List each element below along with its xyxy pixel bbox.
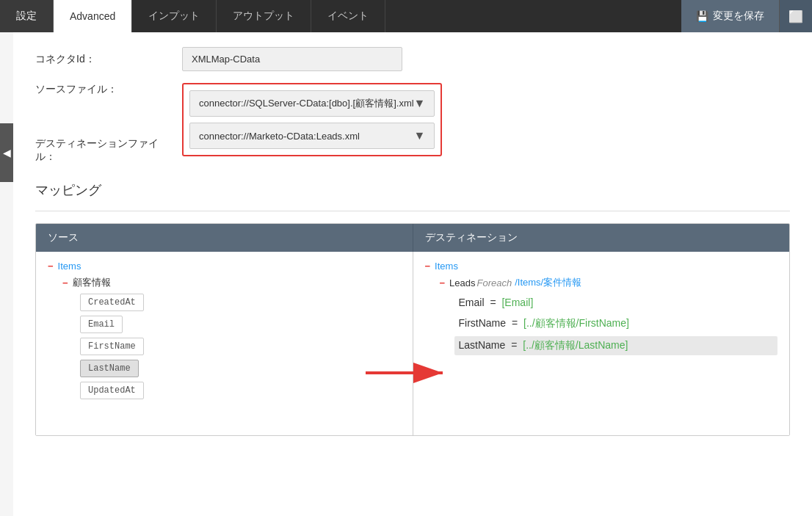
mapping-body: − Items − 顧客情報 CreatedAt Email Firs xyxy=(36,252,789,435)
source-fields: CreatedAt Email FirstName LastName Updat… xyxy=(77,294,401,404)
dest-items-minus[interactable]: − xyxy=(425,261,431,272)
dest-file-label: デスティネーションファイル： xyxy=(35,137,182,164)
sidebar-arrow-icon: ◀ xyxy=(3,147,11,159)
list-item: UpdatedAt xyxy=(77,382,401,404)
field-updatedat[interactable]: UpdatedAt xyxy=(80,382,144,399)
source-child-label: 顧客情報 xyxy=(73,276,111,289)
dest-file-dropdown[interactable]: connector://Marketo-CData:Leads.xml ▼ xyxy=(189,123,435,149)
source-children: − 顧客情報 CreatedAt Email FirstName LastNam… xyxy=(62,276,401,404)
dest-items-label: Items xyxy=(435,261,458,272)
dest-leads-label: Leads xyxy=(449,277,475,288)
source-items-label: Items xyxy=(58,261,81,272)
dest-mapping-firstname[interactable]: FirstName = [../顧客情報/FirstName] xyxy=(454,314,778,333)
tab-input[interactable]: インプット xyxy=(132,0,217,32)
source-col: − Items − 顧客情報 CreatedAt Email Firs xyxy=(36,252,413,435)
field-firstname[interactable]: FirstName xyxy=(80,338,144,355)
source-chevron-icon: ▼ xyxy=(414,97,426,110)
source-header: ソース xyxy=(36,224,413,252)
tab-advanced[interactable]: Advanced xyxy=(54,0,132,32)
connector-id-row: コネクタId： XMLMap-CData xyxy=(35,47,790,71)
dest-leads-minus[interactable]: − xyxy=(440,277,446,288)
top-bar: 設定 Advanced インプット アウトプット イベント 💾 変更を保存 ⬜ xyxy=(0,0,812,32)
expand-button[interactable]: ⬜ xyxy=(779,0,812,32)
field-email[interactable]: Email xyxy=(80,316,123,333)
source-items-minus[interactable]: − xyxy=(48,261,54,272)
source-file-dropdown[interactable]: connector://SQLServer-CData:[dbo].[顧客情報]… xyxy=(189,90,435,117)
connector-id-label: コネクタId： xyxy=(35,53,182,66)
source-file-label: ソースファイル： xyxy=(35,83,182,96)
connector-id-value: XMLMap-CData xyxy=(182,47,402,71)
mapping-header: ソース デスティネーション xyxy=(36,224,789,252)
list-item: CreatedAt xyxy=(77,294,401,316)
dest-leads-row: − Leads Foreach /Items/案件情報 xyxy=(440,276,778,289)
dest-mappings: Email = [Email] FirstName = [../顧客情報/Fir… xyxy=(454,294,778,355)
source-child-row: − 顧客情報 xyxy=(62,276,401,289)
dest-email-field: Email xyxy=(459,297,485,308)
dest-mapping-lastname[interactable]: LastName = [../顧客情報/LastName] xyxy=(454,336,778,355)
list-item: Email xyxy=(77,316,401,338)
tab-output[interactable]: アウトプット xyxy=(217,0,311,32)
field-lastname[interactable]: LastName xyxy=(80,360,139,377)
source-items-row: − Items xyxy=(48,261,401,272)
dest-firstname-value: [../顧客情報/FirstName] xyxy=(523,317,629,329)
list-item: LastName xyxy=(77,360,401,382)
dest-mapping-email[interactable]: Email = [Email] xyxy=(454,294,778,311)
field-createdat[interactable]: CreatedAt xyxy=(80,294,144,311)
tab-settings[interactable]: 設定 xyxy=(0,0,54,32)
mapping-divider xyxy=(35,211,790,211)
mapping-arrow xyxy=(362,358,457,390)
save-button[interactable]: 💾 変更を保存 xyxy=(681,0,779,32)
mapping-section: マッピング ソース デスティネーション − Items xyxy=(35,181,790,436)
dest-chevron-icon: ▼ xyxy=(414,129,426,142)
dest-lastname-field: LastName xyxy=(459,339,506,351)
dest-col: − Items − Leads Foreach /Items/案件情報 xyxy=(413,252,790,435)
sidebar-toggle[interactable]: ◀ xyxy=(0,123,13,182)
mapping-table: ソース デスティネーション − Items − 顧客 xyxy=(35,223,790,436)
mapping-title: マッピング xyxy=(35,181,790,199)
expand-icon: ⬜ xyxy=(789,10,803,23)
dest-lastname-value: [../顧客情報/LastName] xyxy=(523,339,628,351)
dest-header: デスティネーション xyxy=(413,224,790,252)
source-dest-box: connector://SQLServer-CData:[dbo].[顧客情報]… xyxy=(182,83,442,156)
dest-email-value: [Email] xyxy=(501,297,533,308)
tab-event[interactable]: イベント xyxy=(311,0,385,32)
source-child-minus[interactable]: − xyxy=(62,277,68,288)
list-item: FirstName xyxy=(77,338,401,360)
dest-foreach-label: Foreach xyxy=(477,277,512,288)
save-icon: 💾 xyxy=(696,10,708,22)
dest-children: − Leads Foreach /Items/案件情報 Email = xyxy=(440,276,778,355)
dest-path-label: /Items/案件情報 xyxy=(515,276,581,289)
dest-firstname-field: FirstName xyxy=(459,317,507,329)
dest-items-row: − Items xyxy=(425,261,778,272)
